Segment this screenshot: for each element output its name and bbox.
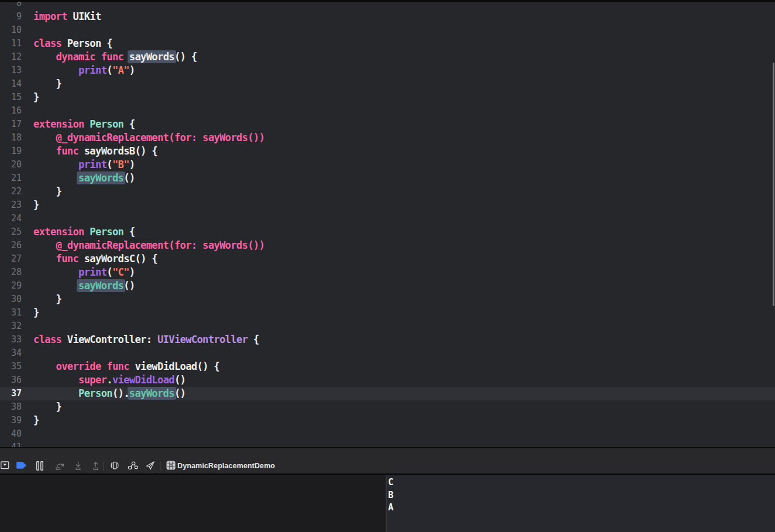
token (33, 280, 78, 291)
code-line[interactable]: 21 sayWords() (0, 171, 775, 185)
code-line[interactable]: 19 func sayWordsB() { (0, 145, 775, 158)
code-line[interactable]: 28 print("C") (0, 266, 775, 279)
code-line[interactable]: 34 (0, 346, 775, 360)
step-into-icon[interactable] (74, 461, 82, 471)
code-line[interactable]: 25extension Person { (0, 225, 775, 239)
code-line[interactable]: 35 override func viewDidLoad() { (0, 360, 775, 373)
token: print (78, 159, 107, 170)
line-number[interactable]: 26 (0, 239, 22, 252)
code-line[interactable]: 20 print("B") (0, 158, 775, 171)
line-number[interactable]: 17 (0, 118, 22, 131)
code-line[interactable]: 24 (0, 212, 775, 225)
token: } (33, 199, 39, 211)
line-number[interactable]: 15 (0, 91, 22, 104)
code-line[interactable]: 27 func sayWordsC() { (0, 252, 775, 266)
code-line[interactable]: 37 Person().sayWords() (0, 387, 775, 400)
code-line[interactable]: 31} (0, 306, 775, 320)
code-line[interactable]: 18 @_dynamicReplacement(for: sayWords()) (0, 131, 775, 145)
line-number[interactable]: 12 (0, 50, 22, 64)
line-number[interactable]: 19 (0, 145, 22, 158)
line-number[interactable]: 13 (0, 64, 22, 77)
code-text: class ViewController: UIViewController { (33, 333, 259, 346)
line-number[interactable]: 41 (0, 441, 22, 447)
code-line[interactable]: 40 (0, 427, 775, 441)
line-number[interactable]: 31 (0, 306, 22, 320)
line-number[interactable]: 23 (0, 198, 22, 212)
line-number[interactable]: 14 (0, 77, 22, 91)
toggle-debug-area-icon[interactable] (1, 461, 9, 469)
code-line[interactable]: 26 @_dynamicReplacement(for: sayWords()) (0, 239, 775, 252)
code-line[interactable]: 33class ViewController: UIViewController… (0, 333, 775, 346)
line-number[interactable]: 38 (0, 400, 22, 414)
debug-view-hierarchy-icon[interactable] (110, 461, 119, 470)
code-line[interactable]: 39} (0, 414, 775, 427)
code-line[interactable]: 10 (0, 23, 775, 37)
token: { (124, 118, 135, 130)
code-line[interactable]: 15} (0, 91, 775, 104)
line-number[interactable]: 11 (0, 37, 22, 50)
step-over-icon[interactable] (56, 461, 65, 471)
line-number[interactable]: 29 (0, 279, 22, 293)
code-text: @_dynamicReplacement(for: sayWords()) (33, 239, 265, 252)
line-number[interactable]: 18 (0, 131, 22, 145)
highlighted-token: sayWords (128, 50, 176, 63)
code-line[interactable]: 29 sayWords() (0, 279, 775, 293)
code-line[interactable]: 16 (0, 104, 775, 118)
line-number[interactable]: 25 (0, 225, 22, 239)
line-number[interactable]: 33 (0, 333, 22, 346)
variables-view-pane[interactable] (0, 475, 386, 532)
line-number[interactable]: 24 (0, 212, 22, 225)
toolbar-divider (160, 462, 160, 471)
code-line[interactable]: 32 (0, 320, 775, 333)
line-number[interactable]: 40 (0, 427, 22, 441)
token: ) (129, 64, 135, 76)
line-number[interactable]: 21 (0, 171, 22, 185)
code-line[interactable]: 9import UIKit (0, 10, 775, 23)
token: } (33, 293, 61, 305)
token: { (248, 334, 259, 345)
pause-execution-icon[interactable] (36, 461, 43, 471)
token: () { (174, 51, 197, 63)
code-text: func sayWordsB() { (33, 145, 157, 158)
code-line[interactable]: 36 super.viewDidLoad() (0, 373, 775, 387)
line-number[interactable]: 37 (0, 387, 22, 400)
code-text: print("C") (33, 266, 135, 279)
code-line[interactable]: 11class Person { (0, 37, 775, 50)
line-number[interactable]: 20 (0, 158, 22, 171)
source-editor[interactable]: 89import UIKit1011class Person {12 dynam… (0, 0, 775, 447)
line-number[interactable]: 16 (0, 104, 22, 118)
line-number[interactable]: 28 (0, 266, 22, 279)
line-number[interactable]: 30 (0, 293, 22, 306)
line-number[interactable]: 9 (0, 10, 22, 23)
breakpoints-toggle-icon[interactable] (16, 462, 26, 469)
line-number[interactable]: 34 (0, 346, 22, 360)
app-icon (166, 461, 176, 470)
step-out-icon[interactable] (92, 461, 100, 471)
console-pane[interactable]: CBA (386, 475, 775, 532)
line-number[interactable]: 36 (0, 373, 22, 387)
line-number[interactable]: 35 (0, 360, 22, 373)
code-line[interactable]: 41 (0, 441, 775, 447)
line-number[interactable]: 10 (0, 23, 22, 37)
token: . (107, 374, 112, 386)
token: super (78, 374, 107, 386)
token: ) (129, 159, 135, 170)
code-line[interactable]: 38 } (0, 400, 775, 414)
code-line[interactable]: 30 } (0, 293, 775, 306)
line-number[interactable]: 32 (0, 320, 22, 333)
simulate-location-icon[interactable] (146, 461, 155, 470)
debug-memory-graph-icon[interactable] (128, 461, 138, 470)
code-line[interactable]: 13 print("A") (0, 64, 775, 77)
line-number[interactable]: 27 (0, 252, 22, 266)
code-text: import UIKit (33, 10, 101, 23)
editor-scrollbar-thumb[interactable] (773, 63, 774, 306)
line-number[interactable]: 39 (0, 414, 22, 427)
code-line[interactable]: 22 } (0, 185, 775, 198)
code-lines-container: 89import UIKit1011class Person {12 dynam… (0, 0, 775, 447)
code-line[interactable]: 12 dynamic func sayWords() { (0, 50, 775, 64)
line-number[interactable]: 22 (0, 185, 22, 198)
code-line[interactable]: 14 } (0, 77, 775, 91)
code-line[interactable]: 23} (0, 198, 775, 212)
code-line[interactable]: 17extension Person { (0, 118, 775, 131)
token: UIKit (67, 11, 101, 22)
